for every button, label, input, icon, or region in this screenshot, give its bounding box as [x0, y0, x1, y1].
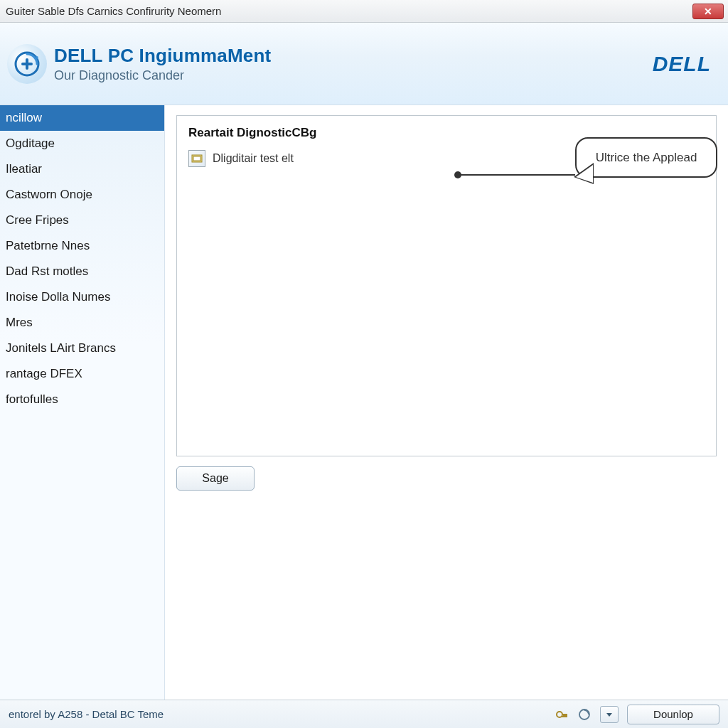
app-subtitle: Our Diagnostic Cander — [54, 68, 653, 83]
sidebar-item-label: Jonitels LAirt Brancs — [6, 341, 116, 355]
callout-pointer-line — [459, 174, 575, 176]
refresh-icon[interactable] — [577, 707, 592, 722]
sidebar-item-1[interactable]: Ogditage — [0, 131, 164, 156]
sidebar-item-label: Cree Fripes — [6, 213, 69, 227]
sage-button[interactable]: Sage — [176, 466, 255, 491]
close-button[interactable]: ✕ — [692, 4, 724, 19]
sidebar-item-label: ncillow — [6, 111, 42, 124]
diagnostic-panel: Reartait DignosticCBg Dligditair test el… — [176, 115, 717, 456]
app-title: DELL PC IngiummaMent — [54, 45, 653, 67]
panel-actions: Sage — [176, 466, 717, 491]
app-header: DELL PC IngiummaMent Our Diagnostic Cand… — [0, 23, 728, 105]
sidebar-item-label: Patetbrne Nnes — [6, 239, 90, 252]
sidebar-item-4[interactable]: Cree Fripes — [0, 208, 164, 233]
app-titles: DELL PC IngiummaMent Our Diagnostic Cand… — [54, 45, 653, 83]
sidebar-item-label: Mres — [6, 316, 33, 329]
sidebar-item-10[interactable]: rantage DFEX — [0, 361, 164, 387]
sidebar: ncillowOgditageIleatiarCastworn OnojeCre… — [0, 105, 165, 700]
sidebar-item-0[interactable]: ncillow — [0, 105, 164, 131]
sidebar-item-label: Ogditage — [6, 136, 55, 150]
dounlop-button[interactable]: Dounlop — [627, 705, 719, 724]
close-icon: ✕ — [704, 6, 712, 17]
status-text: entorel by A258 - Detal BC Teme — [9, 708, 555, 720]
status-icons: Dounlop — [555, 705, 719, 724]
sidebar-item-5[interactable]: Patetbrne Nnes — [0, 233, 164, 259]
svg-rect-4 — [193, 156, 200, 161]
sidebar-item-11[interactable]: fortofulles — [0, 387, 164, 412]
main-pane: Reartait DignosticCBg Dligditair test el… — [165, 105, 728, 700]
svg-point-5 — [557, 712, 562, 717]
sidebar-item-2[interactable]: Ileatiar — [0, 156, 164, 182]
key-icon[interactable] — [555, 707, 569, 722]
sidebar-item-label: rantage DFEX — [6, 367, 82, 380]
status-bar: entorel by A258 - Detal BC Teme Dounlop — [0, 700, 728, 728]
test-label: Dligditair test elt — [213, 152, 294, 165]
sidebar-item-7[interactable]: Inoise Dolla Numes — [0, 284, 164, 310]
callout: Ultrice the Applead — [575, 137, 717, 178]
sidebar-item-6[interactable]: Dad Rst motles — [0, 259, 164, 284]
sidebar-item-3[interactable]: Castworn Onoje — [0, 182, 164, 208]
sidebar-item-label: Dad Rst motles — [6, 264, 88, 278]
sidebar-item-label: fortofulles — [6, 392, 58, 406]
sidebar-item-label: Inoise Dolla Numes — [6, 290, 110, 304]
window-title: Guiter Sable Dfs Carnics Confirurity Neo… — [6, 5, 692, 17]
sidebar-item-label: Castworn Onoje — [6, 188, 92, 201]
svg-point-6 — [579, 710, 589, 719]
brand-logo: DELL — [653, 52, 711, 76]
sidebar-item-9[interactable]: Jonitels LAirt Brancs — [0, 336, 164, 361]
status-dropdown[interactable] — [600, 706, 619, 723]
callout-tail — [574, 163, 594, 184]
callout-bubble: Ultrice the Applead — [575, 137, 717, 178]
sidebar-item-8[interactable]: Mres — [0, 310, 164, 336]
sidebar-item-label: Ileatiar — [6, 162, 42, 176]
window-titlebar: Guiter Sable Dfs Carnics Confirurity Neo… — [0, 0, 728, 23]
app-logo-icon — [7, 44, 47, 84]
test-icon — [188, 150, 205, 167]
